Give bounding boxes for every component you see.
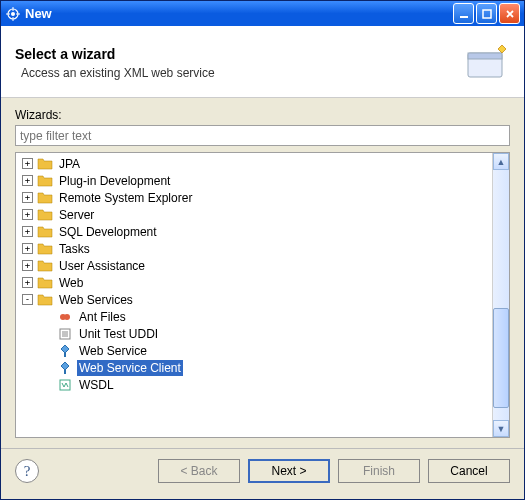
expand-icon[interactable]: + [22, 175, 33, 186]
expand-icon[interactable]: + [22, 243, 33, 254]
back-button[interactable]: < Back [158, 459, 240, 483]
finish-button[interactable]: Finish [338, 459, 420, 483]
scroll-track[interactable] [493, 170, 509, 420]
expand-icon[interactable]: + [22, 192, 33, 203]
tree-item-label: Ant Files [77, 309, 128, 325]
tree-folder-label: Server [57, 207, 96, 223]
tree-folder[interactable]: +SQL Development [18, 223, 490, 240]
tree-folder-label: SQL Development [57, 224, 159, 240]
tree-folder-label: Remote System Explorer [57, 190, 194, 206]
next-button[interactable]: Next > [248, 459, 330, 483]
tree-container: +JPA+Plug-in Development+Remote System E… [15, 152, 510, 438]
collapse-icon[interactable]: - [22, 294, 33, 305]
tree-folder[interactable]: +User Assistance [18, 257, 490, 274]
expand-icon[interactable]: + [22, 158, 33, 169]
tree-item[interactable]: WSDL [18, 376, 490, 393]
tree-folder-label: Plug-in Development [57, 173, 172, 189]
folder-icon [37, 293, 53, 307]
dialog-header: Select a wizard Access an existing XML w… [1, 26, 524, 98]
wizard-banner-icon [462, 39, 510, 87]
tree-spacer [42, 362, 53, 373]
tree-folder-label: Web [57, 275, 85, 291]
svg-point-14 [64, 314, 70, 320]
tree-folder[interactable]: +Web [18, 274, 490, 291]
vertical-scrollbar[interactable]: ▲ ▼ [492, 153, 509, 437]
folder-icon [37, 208, 53, 222]
scroll-down-button[interactable]: ▼ [493, 420, 509, 437]
folder-icon [37, 225, 53, 239]
tree-folder[interactable]: +Plug-in Development [18, 172, 490, 189]
cancel-button[interactable]: Cancel [428, 459, 510, 483]
expand-icon[interactable]: + [22, 260, 33, 271]
svg-rect-6 [460, 16, 468, 18]
page-title: Select a wizard [15, 46, 462, 62]
uddi-icon [57, 327, 73, 341]
tree-folder[interactable]: +JPA [18, 155, 490, 172]
tree-folder-label: Tasks [57, 241, 92, 257]
tree-spacer [42, 345, 53, 356]
svg-rect-7 [483, 10, 491, 18]
app-icon [5, 6, 21, 22]
titlebar[interactable]: New [1, 1, 524, 26]
tree-item-label: Web Service [77, 343, 149, 359]
tree-item-label: Unit Test UDDI [77, 326, 160, 342]
folder-icon [37, 259, 53, 273]
page-description: Access an existing XML web service [15, 66, 462, 80]
svg-marker-12 [498, 45, 506, 53]
expand-icon[interactable]: + [22, 209, 33, 220]
wizard-tree[interactable]: +JPA+Plug-in Development+Remote System E… [16, 153, 492, 437]
minimize-button[interactable] [453, 3, 474, 24]
expand-icon[interactable]: + [22, 226, 33, 237]
folder-icon [37, 191, 53, 205]
tree-folder[interactable]: +Server [18, 206, 490, 223]
tree-spacer [42, 328, 53, 339]
folder-icon [37, 242, 53, 256]
svg-rect-20 [64, 369, 66, 374]
tree-folder-label: Web Services [57, 292, 135, 308]
maximize-button[interactable] [476, 3, 497, 24]
wsdl-icon [57, 378, 73, 392]
folder-icon [37, 174, 53, 188]
scroll-thumb[interactable] [493, 308, 509, 408]
close-button[interactable] [499, 3, 520, 24]
ant-file-icon [57, 310, 73, 324]
expand-icon[interactable]: + [22, 277, 33, 288]
tree-folder-label: JPA [57, 156, 82, 172]
filter-input[interactable] [15, 125, 510, 146]
tree-item[interactable]: Web Service [18, 342, 490, 359]
tree-item-label: Web Service Client [77, 360, 183, 376]
scroll-up-button[interactable]: ▲ [493, 153, 509, 170]
tree-spacer [42, 311, 53, 322]
tree-folder[interactable]: +Tasks [18, 240, 490, 257]
window-title: New [25, 6, 453, 21]
dialog-window: New Select a wizard Access an existing X… [0, 0, 525, 500]
tree-item[interactable]: Unit Test UDDI [18, 325, 490, 342]
web-service-icon [57, 361, 73, 375]
tree-item-label: WSDL [77, 377, 116, 393]
folder-icon [37, 157, 53, 171]
tree-item[interactable]: Ant Files [18, 308, 490, 325]
wizards-label: Wizards [15, 108, 510, 122]
tree-folder-expanded[interactable]: -Web Services [18, 291, 490, 308]
tree-item[interactable]: Web Service Client [18, 359, 490, 376]
tree-spacer [42, 379, 53, 390]
web-service-icon [57, 344, 73, 358]
folder-icon [37, 276, 53, 290]
tree-folder-label: User Assistance [57, 258, 147, 274]
tree-folder[interactable]: +Remote System Explorer [18, 189, 490, 206]
svg-rect-11 [468, 53, 502, 59]
svg-rect-19 [64, 352, 66, 357]
dialog-footer: ? < Back Next > Finish Cancel [1, 448, 524, 499]
help-button[interactable]: ? [15, 459, 39, 483]
svg-point-1 [11, 12, 15, 16]
dialog-body: Wizards +JPA+Plug-in Development+Remote … [1, 98, 524, 448]
